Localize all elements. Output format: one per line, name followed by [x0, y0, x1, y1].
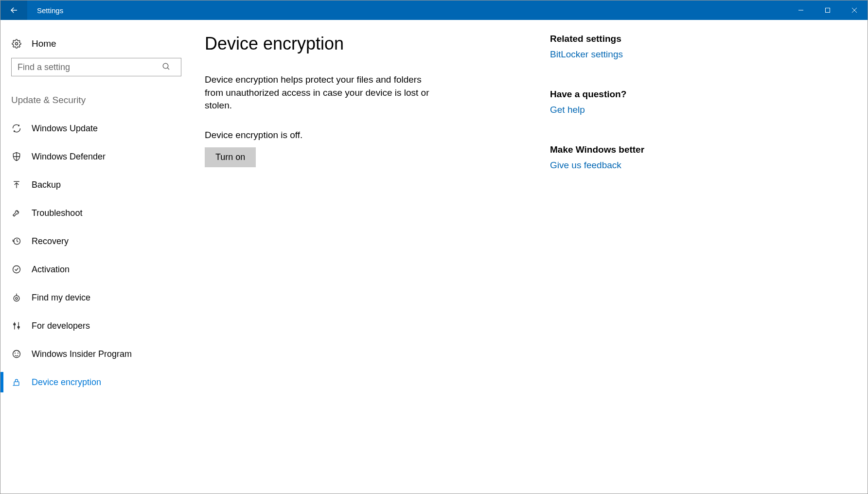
arrow-up-bar-icon — [11, 180, 22, 190]
main-content: Device encryption Device encryption help… — [205, 34, 545, 494]
sidebar-item-label: Device encryption — [32, 377, 101, 388]
lock-icon — [11, 377, 22, 387]
page-title: Device encryption — [205, 34, 545, 54]
feedback-link[interactable]: Give us feedback — [550, 160, 621, 170]
sidebar-item-label: Activation — [32, 265, 70, 275]
location-icon — [11, 293, 22, 302]
titlebar: Settings — [0, 0, 868, 20]
svg-rect-2 — [825, 8, 830, 13]
sidebar-item-recovery[interactable]: Recovery — [11, 227, 184, 255]
sidebar-item-for-developers[interactable]: For developers — [11, 312, 184, 340]
feedback-section: Make Windows better Give us feedback — [550, 144, 644, 171]
home-button[interactable]: Home — [11, 34, 184, 58]
section-title: Make Windows better — [550, 144, 644, 155]
sidebar-item-label: For developers — [32, 321, 90, 331]
svg-point-5 — [16, 43, 18, 45]
refresh-icon — [11, 124, 22, 133]
window-title: Settings — [27, 6, 787, 15]
search-container — [11, 58, 184, 76]
sidebar-item-windows-update[interactable]: Windows Update — [11, 114, 184, 142]
minimize-button[interactable] — [787, 0, 814, 20]
sidebar-item-label: Troubleshoot — [32, 208, 82, 218]
back-button[interactable] — [0, 0, 27, 20]
section-title: Have a question? — [550, 89, 644, 100]
sidebar-item-troubleshoot[interactable]: Troubleshoot — [11, 199, 184, 227]
related-settings-section: Related settings BitLocker settings — [550, 34, 644, 60]
shield-icon — [11, 152, 22, 161]
turn-on-button[interactable]: Turn on — [205, 147, 256, 167]
sidebar-item-backup[interactable]: Backup — [11, 171, 184, 199]
bitlocker-link[interactable]: BitLocker settings — [550, 49, 623, 59]
search-input[interactable] — [11, 58, 181, 76]
sidebar-item-label: Windows Insider Program — [32, 349, 132, 359]
sidebar-item-activation[interactable]: Activation — [11, 255, 184, 283]
close-button[interactable] — [841, 0, 868, 20]
page-description: Device encryption helps protect your fil… — [205, 73, 438, 112]
sliders-icon — [11, 321, 22, 331]
sidebar-item-windows-defender[interactable]: Windows Defender — [11, 142, 184, 171]
encryption-status: Device encryption is off. — [205, 130, 545, 141]
sidebar-item-label: Windows Update — [32, 124, 98, 134]
home-label: Home — [32, 38, 56, 49]
sidebar-item-windows-insider-program[interactable]: Windows Insider Program — [11, 340, 184, 368]
sidebar-item-find-my-device[interactable]: Find my device — [11, 283, 184, 312]
section-title: Related settings — [550, 34, 644, 44]
get-help-link[interactable]: Get help — [550, 105, 585, 115]
wrench-icon — [11, 208, 22, 218]
gear-icon — [11, 39, 22, 49]
sidebar-item-label: Find my device — [32, 293, 90, 303]
sidebar-item-label: Recovery — [32, 236, 69, 247]
sidebar: Home Update & Security Windows UpdateWin… — [0, 34, 195, 494]
history-icon — [11, 236, 22, 246]
maximize-button[interactable] — [814, 0, 841, 20]
insider-icon — [11, 349, 22, 359]
sidebar-item-device-encryption[interactable]: Device encryption — [11, 368, 184, 396]
check-circle-icon — [11, 265, 22, 274]
sidebar-item-label: Backup — [32, 180, 61, 190]
sidebar-item-label: Windows Defender — [32, 152, 106, 162]
category-label: Update & Security — [11, 95, 184, 106]
right-column: Related settings BitLocker settings Have… — [545, 34, 644, 494]
question-section: Have a question? Get help — [550, 89, 644, 115]
